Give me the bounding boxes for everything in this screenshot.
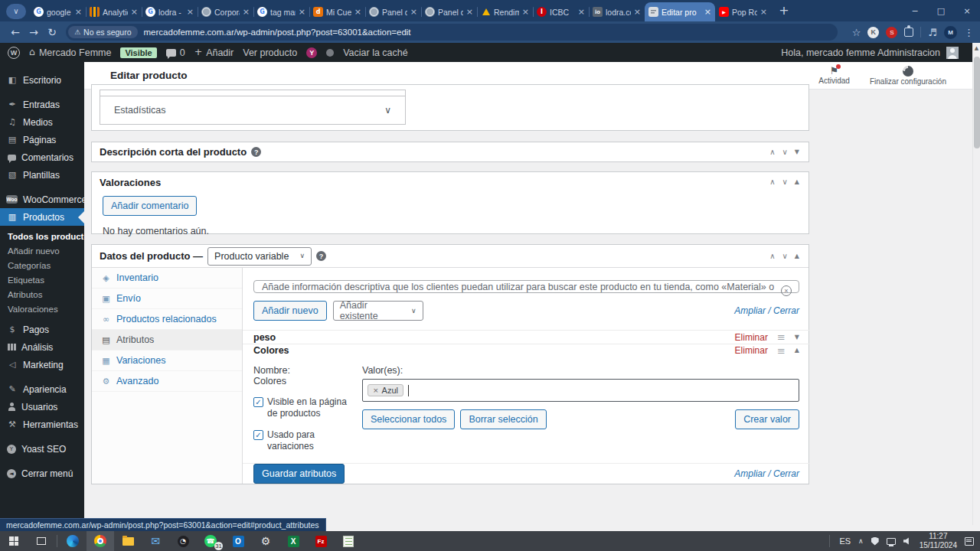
tab-close-icon[interactable]: × (354, 8, 361, 16)
add-new-attribute-button[interactable]: Añadir nuevo (253, 301, 327, 321)
page-scrollbar[interactable]: ▲ (972, 43, 980, 525)
tab-close-icon[interactable]: × (760, 8, 767, 16)
taskbar-settings[interactable]: ⚙ (252, 531, 279, 551)
status-dot-icon[interactable] (326, 49, 334, 57)
network-icon[interactable] (887, 538, 896, 545)
help-icon[interactable]: ? (316, 251, 326, 261)
task-view-button[interactable] (28, 531, 55, 551)
extensions-puzzle-icon[interactable] (904, 28, 913, 37)
sidebar-item-escritorio[interactable]: ◧ Escritorio (0, 71, 84, 89)
tab-atributos[interactable]: ▤ Atributos (92, 330, 242, 350)
extension-k-icon[interactable]: K (867, 27, 879, 38)
move-up-icon[interactable]: ∧ (769, 178, 775, 186)
browser-tab[interactable]: google ana × (30, 2, 86, 21)
activity-button[interactable]: ⚑ Actividad (818, 66, 850, 86)
tab-avanzado[interactable]: ⚙ Avanzado (92, 371, 242, 392)
admin-bar-new-link[interactable]: + Añadir (194, 47, 234, 58)
taskbar-edge[interactable] (59, 531, 87, 551)
admin-bar-view-product-link[interactable]: Ver producto (243, 47, 297, 58)
submenu-valoraciones[interactable]: Valoraciones (0, 302, 84, 316)
security-shield-icon[interactable] (871, 537, 879, 546)
sidebar-item-woocommerce[interactable]: Woo WooCommerce (0, 191, 84, 208)
taskbar-chrome-active[interactable] (87, 531, 114, 551)
minimize-button[interactable]: − (902, 0, 928, 21)
product-type-select[interactable]: Producto variable ∨ (207, 247, 312, 266)
remove-tag-icon[interactable]: × (373, 387, 379, 394)
drag-handle-icon[interactable]: ≡ (777, 332, 786, 342)
taskbar-mail[interactable]: ✉ (142, 531, 169, 551)
move-down-icon[interactable]: ∨ (782, 148, 788, 156)
toggle-panel-icon[interactable]: ▼ (795, 149, 799, 155)
profile-avatar[interactable]: M (944, 26, 957, 39)
tab-close-icon[interactable]: × (131, 8, 138, 16)
admin-bar-comments-link[interactable]: 0 (166, 47, 185, 58)
extension-red-icon[interactable]: S (886, 27, 897, 38)
clear-selection-button[interactable]: Borrar selección (460, 409, 546, 429)
taskbar-whatsapp[interactable]: ☎ 31 (197, 531, 224, 551)
browser-tab[interactable]: Mi Cuenta × (309, 2, 365, 21)
delete-attribute-link[interactable]: Eliminar (735, 332, 768, 343)
language-indicator[interactable]: ES (839, 536, 851, 546)
submenu-anadir-nuevo[interactable]: Añadir nuevo (0, 243, 84, 258)
sidebar-item-herramientas[interactable]: ⚒ Herramientas (0, 416, 84, 433)
toggle-attribute-icon[interactable]: ▲ (795, 347, 799, 354)
toggle-attribute-icon[interactable]: ▼ (795, 334, 799, 341)
submenu-atributos[interactable]: Atributos (0, 287, 84, 302)
move-up-icon[interactable]: ∧ (769, 148, 775, 156)
scrollbar-thumb[interactable] (974, 57, 980, 148)
taskbar-outlook[interactable]: O (224, 531, 252, 551)
tab-close-icon[interactable]: × (466, 8, 473, 16)
tab-close-icon[interactable]: × (243, 8, 250, 16)
sidebar-item-marketing[interactable]: ◁ Marketing (0, 356, 84, 373)
save-attributes-button[interactable]: Guardar atributos (253, 464, 345, 484)
sidebar-item-comentarios[interactable]: Comentarios (0, 148, 84, 166)
new-tab-button[interactable]: + (774, 1, 794, 21)
add-comment-button[interactable]: Añadir comentario (103, 196, 197, 216)
browser-tab[interactable]: lodra - Bus × (142, 2, 198, 21)
sidebar-item-plantillas[interactable]: ▧ Plantillas (0, 166, 84, 184)
browser-tab[interactable]: ICBC × (533, 2, 589, 21)
move-up-icon[interactable]: ∧ (769, 253, 775, 260)
browser-tab[interactable]: Corporaci × (198, 2, 253, 21)
maximize-button[interactable]: □ (928, 0, 954, 21)
tab-productos-relacionados[interactable]: ∞ Productos relacionados (92, 309, 242, 330)
security-chip[interactable]: ⚠ No es seguro (68, 26, 138, 38)
forward-icon[interactable]: → (24, 23, 43, 41)
start-button[interactable] (0, 531, 28, 551)
tab-search-button[interactable]: ∨ (6, 4, 26, 19)
attribute-search-input[interactable] (253, 280, 799, 293)
tab-close-icon[interactable]: × (704, 8, 711, 16)
toggle-panel-icon[interactable]: ▲ (795, 179, 799, 185)
admin-bar-clear-cache-link[interactable]: Vaciar la caché (343, 47, 408, 58)
taskbar-file-explorer[interactable] (114, 531, 142, 551)
tab-variaciones[interactable]: ▦ Variaciones (92, 350, 242, 371)
drag-handle-icon[interactable]: ≡ (777, 346, 786, 356)
taskbar-clock[interactable]: 11:27 15/11/2024 (920, 532, 957, 551)
attribute-row-peso[interactable]: peso Eliminar ≡ ▼ (243, 330, 810, 344)
clear-search-icon[interactable]: × (781, 285, 792, 296)
close-window-button[interactable]: × (954, 0, 980, 21)
sidebar-item-apariencia[interactable]: ✎ Apariencia (0, 380, 84, 398)
submenu-todos-los-productos[interactable]: Todos los productos (0, 229, 84, 243)
browser-tab[interactable]: Analytics × (86, 2, 142, 21)
reload-icon[interactable]: ↻ (43, 23, 61, 41)
browser-tab[interactable]: Panel de c × (421, 2, 477, 21)
stats-accordion-row[interactable]: Estadísticas ∨ (100, 96, 405, 124)
select-all-button[interactable]: Seleccionar todos (362, 409, 455, 429)
browser-tab[interactable]: tag manag × (253, 2, 309, 21)
chevron-down-icon[interactable]: ∨ (384, 106, 391, 115)
submenu-categorias[interactable]: Categorías (0, 258, 84, 272)
checkbox-checked-icon[interactable]: ✓ (253, 397, 263, 407)
tab-close-icon[interactable]: × (634, 8, 641, 16)
back-icon[interactable]: ← (6, 23, 24, 41)
taskbar-notes[interactable] (335, 531, 362, 551)
sidebar-item-paginas[interactable]: ▤ Páginas (0, 131, 84, 148)
sidebar-item-entradas[interactable]: ✒ Entradas (0, 96, 84, 113)
bookmark-star-icon[interactable]: ☆ (852, 28, 861, 37)
attribute-row-colores[interactable]: Colores Eliminar ≡ ▲ (243, 344, 810, 357)
tab-envio[interactable]: ▣ Envío (92, 289, 242, 309)
finish-setup-button[interactable]: Finalizar configuración (870, 66, 946, 86)
address-bar[interactable]: ⚠ No es seguro mercadofemme.com.ar/wp-ad… (66, 24, 838, 41)
tab-close-icon[interactable]: × (578, 8, 585, 16)
action-center-icon[interactable] (965, 537, 974, 546)
